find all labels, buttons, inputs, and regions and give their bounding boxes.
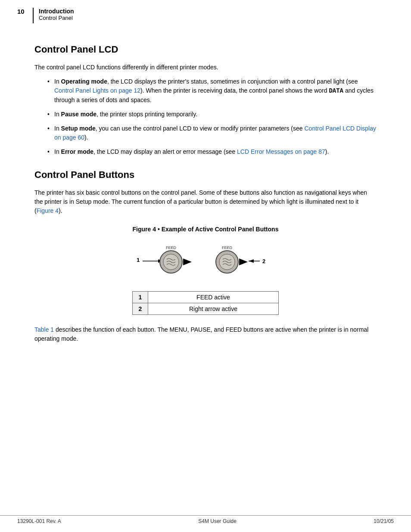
bold-operating-mode: Operating mode: [61, 78, 107, 85]
table-row: 1 FEED active: [133, 292, 279, 303]
figure4-container: Figure 4 • Example of Active Control Pan…: [34, 226, 377, 315]
header-text: Introduction Control Panel: [39, 8, 74, 21]
bullet-error-mode: In Error mode, the LCD may display an al…: [47, 147, 377, 156]
table-cell-num-1: 1: [133, 292, 148, 303]
page-header: 10 Introduction Control Panel: [0, 0, 411, 27]
header-separator: [33, 8, 34, 23]
button-diagram-svg: 1 FEED: [124, 240, 287, 283]
legend-table: 1 FEED active 2 Right arrow active: [132, 291, 279, 315]
table-row: 2 Right arrow active: [133, 303, 279, 315]
header-title-main: Introduction: [39, 8, 74, 15]
feed-label-2: FEED: [222, 246, 233, 250]
bold-pause-mode: Pause mode: [61, 111, 97, 118]
link-table1[interactable]: Table 1: [34, 326, 54, 333]
section1-bullets: In Operating mode, the LCD displays the …: [47, 77, 377, 156]
page-number: 10: [17, 8, 29, 15]
active-arrow-2: [239, 258, 248, 265]
footer-right: 10/21/05: [374, 518, 394, 524]
active-arrow-1: [183, 258, 192, 265]
link-lcd-error-messages[interactable]: LCD Error Messages on page 87: [237, 148, 325, 155]
arrowhead-2: [249, 259, 254, 263]
header-title-sub: Control Panel: [39, 15, 74, 21]
bold-setup-mode: Setup mode: [61, 125, 96, 132]
link-control-panel-lcd-display[interactable]: Control Panel LCD Display on page 60: [54, 125, 376, 141]
figure4-caption: Figure 4 • Example of Active Control Pan…: [34, 226, 377, 233]
section1-intro: The control panel LCD functions differen…: [34, 63, 377, 72]
page: 10 Introduction Control Panel Control Pa…: [0, 0, 411, 532]
footer-center: S4M User Guide: [198, 518, 237, 524]
link-control-panel-lights[interactable]: Control Panel Lights on page 12: [54, 87, 140, 94]
table-cell-label-2: Right arrow active: [148, 303, 279, 315]
label-2: 2: [262, 258, 265, 264]
bullet-operating-mode: In Operating mode, the LCD displays the …: [47, 77, 377, 105]
footer-left: 13290L-001 Rev. A: [17, 518, 61, 524]
button-diagram: 1 FEED: [34, 240, 377, 283]
bullet-pause-mode: In Pause mode, the printer stops printin…: [47, 110, 377, 119]
link-figure4[interactable]: Figure 4: [37, 207, 59, 214]
table-cell-label-1: FEED active: [148, 292, 279, 303]
mono-data: DATA: [329, 87, 343, 94]
bullet-setup-mode: In Setup mode, you can use the control p…: [47, 124, 377, 142]
main-content: Control Panel LCD The control panel LCD …: [0, 27, 411, 374]
feed-label-1: FEED: [166, 246, 177, 250]
section2-heading: Control Panel Buttons: [34, 169, 377, 180]
bold-error-mode: Error mode: [61, 148, 93, 155]
section1-heading: Control Panel LCD: [34, 44, 377, 55]
section2-intro: The printer has six basic control button…: [34, 188, 377, 215]
page-footer: 13290L-001 Rev. A S4M User Guide 10/21/0…: [0, 515, 411, 524]
section2-footer-para: Table 1 describes the function of each b…: [34, 325, 377, 343]
label-1: 1: [137, 257, 140, 263]
table-cell-num-2: 2: [133, 303, 148, 315]
